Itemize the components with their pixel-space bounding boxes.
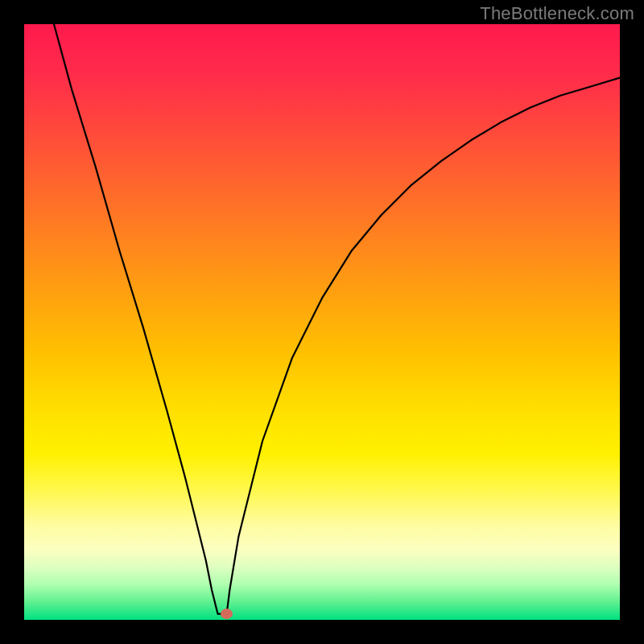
attribution-label: TheBottleneck.com (480, 3, 634, 24)
bottleneck-curve (24, 24, 620, 620)
chart-frame: TheBottleneck.com (0, 0, 644, 644)
plot-area (24, 24, 620, 620)
